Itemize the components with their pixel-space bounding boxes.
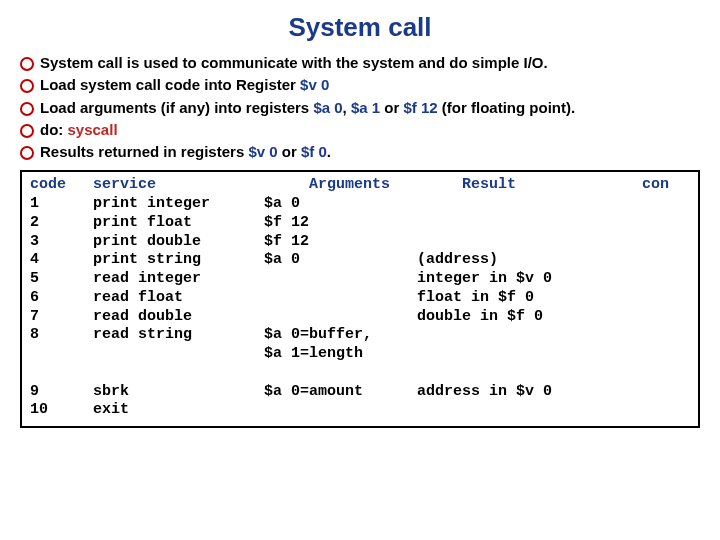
bullet-icon [20,124,34,138]
table-blank-row [30,364,690,383]
table-row: 4 print string $a 0 (address) [30,251,690,270]
slide-title: System call [20,12,700,43]
syscall-table: code service Arguments Result con1 print… [20,170,700,428]
table-header-row: code service Arguments Result con [30,176,690,195]
table-row: 7 read double double in $f 0 [30,308,690,327]
table-row: 10 exit [30,401,690,420]
bullet-icon [20,146,34,160]
bullet-item: Results returned in registers $v 0 or $f… [20,142,700,162]
bullet-text: System call is used to communicate with … [40,53,548,73]
table-row: 6 read float float in $f 0 [30,289,690,308]
bullet-icon [20,79,34,93]
bullet-text: Load system call code into Register $v 0 [40,75,329,95]
bullet-text: Load arguments (if any) into registers $… [40,98,575,118]
bullet-text: Results returned in registers $v 0 or $f… [40,142,331,162]
bullet-item: System call is used to communicate with … [20,53,700,73]
bullet-item: Load system call code into Register $v 0 [20,75,700,95]
table-row: 5 read integer integer in $v 0 [30,270,690,289]
bullet-text: do: syscall [40,120,118,140]
bullet-icon [20,57,34,71]
table-row: 2 print float $f 12 [30,214,690,233]
bullet-icon [20,102,34,116]
bullet-list: System call is used to communicate with … [20,53,700,162]
table-row: 8 read string $a 0=buffer, [30,326,690,345]
bullet-item: Load arguments (if any) into registers $… [20,98,700,118]
table-row: $a 1=length [30,345,690,364]
table-row: 9 sbrk $a 0=amount address in $v 0 [30,383,690,402]
table-row: 3 print double $f 12 [30,233,690,252]
table-row: 1 print integer $a 0 [30,195,690,214]
bullet-item: do: syscall [20,120,700,140]
